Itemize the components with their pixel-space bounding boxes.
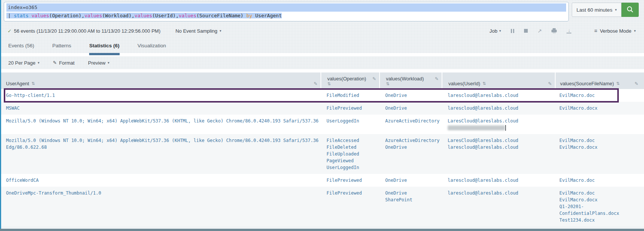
edit-column-icon[interactable]: ✎ <box>548 81 552 86</box>
sort-icon[interactable]: ⇅ <box>31 81 35 86</box>
edit-column-icon[interactable]: ✎ <box>314 81 317 86</box>
search-icon <box>626 6 634 14</box>
cell-workload[interactable]: AzureActiveDirectoryOneDrive <box>379 134 442 174</box>
cell-userid[interactable]: larescloud@lareslabs.cloud <box>442 102 555 115</box>
sort-icon[interactable]: ⇅ <box>386 82 389 86</box>
column-label: values(SourceFileName) <box>560 81 614 86</box>
cell-sourcefile[interactable]: EvilMacro.docx <box>555 102 644 115</box>
search-button[interactable] <box>621 3 639 17</box>
search-mode-selector[interactable]: ≡ Verbose Mode ▾ <box>594 28 636 34</box>
tab-bar: Events (56)PatternsStatistics (6)Visuali… <box>0 38 644 53</box>
query-token: stats <box>14 13 29 18</box>
chevron-down-icon: ▾ <box>108 61 109 65</box>
query-line-1: index=o365 <box>6 3 566 12</box>
cell-userid[interactable]: LaresCloud@lareslabs.cloud <box>442 115 555 134</box>
query-token: values <box>179 13 196 18</box>
table-row: OneDriveMpc-Transform_Thumbnail/1.0FileP… <box>0 187 644 226</box>
chevron-down-icon: ▾ <box>499 29 501 33</box>
cell-operation[interactable]: UserLoggedIn <box>320 115 379 134</box>
cell-userid[interactable]: larescloud@lareslabs.cloud <box>442 174 555 187</box>
cell-useragent[interactable]: MSWAC <box>0 102 320 115</box>
sort-icon[interactable]: ⇅ <box>483 81 486 86</box>
event-sampling-label: No Event Sampling <box>175 28 217 34</box>
query-line-2: | stats values(Operation),values(Workloa… <box>6 13 282 18</box>
edit-column-icon[interactable]: ✎ <box>372 76 376 82</box>
cell-operation[interactable]: FilePreviewed <box>320 102 379 115</box>
text-cursor <box>505 125 506 131</box>
column-header-sourcefile[interactable]: values(SourceFileName)⇅✎ <box>555 72 644 89</box>
query-token: (UserId), <box>152 13 179 18</box>
table-row: MSWACFilePreviewedOneDrivelarescloud@lar… <box>0 102 644 115</box>
table-row: Mozilla/5.0 (Windows NT 10.0; Win64; x64… <box>0 115 644 134</box>
cell-workload[interactable]: OneDrive <box>379 102 442 115</box>
column-label: UserAgent <box>6 81 29 86</box>
preview-dropdown[interactable]: Preview ▾ <box>88 60 109 66</box>
pause-button[interactable] <box>511 29 514 33</box>
table-header: UserAgent⇅✎values(Operation)✎⇅values(Wor… <box>0 72 644 89</box>
tab-events[interactable]: Events (56) <box>8 38 34 53</box>
query-token: (Workload), <box>102 13 134 18</box>
column-header-userid[interactable]: values(UserId)⇅✎ <box>442 72 555 89</box>
cell-userid[interactable]: LaresCloud@lareslabs.cloudlarescloud@lar… <box>442 134 555 174</box>
print-button[interactable] <box>551 28 557 33</box>
event-sampling-dropdown[interactable]: No Event Sampling ▾ <box>175 28 221 34</box>
cell-workload[interactable]: OneDrive <box>379 174 442 187</box>
chevron-down-icon: ▾ <box>615 8 617 12</box>
tab-statistics[interactable]: Statistics (6) <box>89 38 119 53</box>
cell-workload[interactable]: OneDriveSharePoint <box>379 187 442 226</box>
cell-sourcefile[interactable] <box>555 115 644 134</box>
column-header-workload[interactable]: values(Workload)✎⇅ <box>379 72 442 89</box>
toolbar-table-gap <box>0 69 644 72</box>
job-menu-label: Job <box>489 28 497 34</box>
cell-useragent[interactable]: Mozilla/5.0 (Windows NT 10.0; Win64; x64… <box>0 134 320 174</box>
cell-operation[interactable]: FilePreviewed <box>320 174 379 187</box>
cell-useragent[interactable]: OfficeWordCA <box>0 174 320 187</box>
cell-workload[interactable]: AzureActiveDirectory <box>379 115 442 134</box>
time-range-picker[interactable]: Last 60 minutes ▾ <box>572 3 621 17</box>
edit-column-icon[interactable]: ✎ <box>435 76 439 82</box>
pencil-icon: ✎ <box>53 60 57 65</box>
column-header-operation[interactable]: values(Operation)✎⇅ <box>320 72 379 89</box>
redacted-text <box>448 125 505 130</box>
cell-sourcefile[interactable]: EvilMacro.doc <box>555 174 644 187</box>
job-done-check-icon: ✓ <box>8 28 12 34</box>
cell-workload[interactable]: OneDrive <box>379 89 442 102</box>
cell-userid[interactable]: larescloud@lareslabs.cloud <box>442 89 555 102</box>
job-menu[interactable]: Job ▾ <box>489 28 501 34</box>
table-body: Go-http-client/1.1FileModifiedOneDrivela… <box>0 89 644 226</box>
table-row: OfficeWordCAFilePreviewedOneDrivelarescl… <box>0 174 644 187</box>
cell-useragent[interactable]: Mozilla/5.0 (Windows NT 10.0; Win64; x64… <box>0 115 320 134</box>
tab-visualization[interactable]: Visualization <box>138 38 166 53</box>
cell-operation[interactable]: FilePreviewed <box>320 187 379 226</box>
sort-icon[interactable]: ⇅ <box>616 81 620 86</box>
edit-column-icon[interactable]: ✎ <box>635 81 638 86</box>
job-status-bar: ✓ 56 events (11/13/20 11:29:00.000 AM to… <box>0 23 644 38</box>
format-button[interactable]: ✎ Format <box>53 60 74 66</box>
column-header-useragent[interactable]: UserAgent⇅✎ <box>0 72 320 89</box>
cell-operation[interactable]: FileModified <box>320 89 379 102</box>
cell-sourcefile[interactable]: EvilMacro.doc <box>555 89 644 102</box>
cell-userid[interactable]: larescloud@lareslabs.cloud <box>442 187 555 226</box>
query-token: values <box>135 13 152 18</box>
cell-operation[interactable]: FileAccessedFileDeletedFileUploadedPageV… <box>320 134 379 174</box>
cell-sourcefile[interactable]: EvilMacro.docEvilMacro.docx <box>555 134 644 174</box>
per-page-label: 20 Per Page <box>8 60 35 66</box>
cell-useragent[interactable]: Go-http-client/1.1 <box>0 89 320 102</box>
chevron-down-icon: ▾ <box>634 29 636 33</box>
search-mode-label: Verbose Mode <box>600 28 632 34</box>
stop-button[interactable] <box>524 29 528 33</box>
cell-sourcefile[interactable]: EvilMacro.docEvilMacro.docxQ1-20201-Conf… <box>555 187 644 226</box>
events-summary: 56 events (11/13/20 11:29:00.000 AM to 1… <box>14 28 161 34</box>
tab-patterns[interactable]: Patterns <box>52 38 71 53</box>
format-label: Format <box>59 60 74 66</box>
per-page-dropdown[interactable]: 20 Per Page ▾ <box>8 60 39 66</box>
query-token: UserAgent <box>252 13 282 18</box>
query-token: values <box>32 13 49 18</box>
share-button[interactable]: ↗ <box>538 28 542 33</box>
export-button[interactable]: ↓ <box>567 28 571 33</box>
column-label: values(UserId) <box>448 81 480 86</box>
search-query-input[interactable]: index=o365 | stats values(Operation),val… <box>4 2 569 21</box>
sort-icon[interactable]: ⇅ <box>327 82 331 86</box>
cell-useragent[interactable]: OneDriveMpc-Transform_Thumbnail/1.0 <box>0 187 320 226</box>
query-token: by <box>246 13 252 18</box>
